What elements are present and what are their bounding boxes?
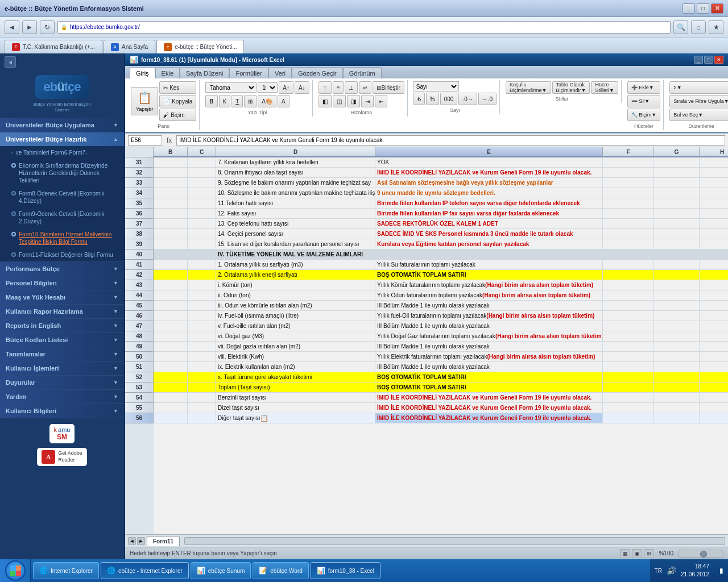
cell-g47[interactable] bbox=[654, 321, 700, 331]
autosum-button[interactable]: Σ▼ bbox=[669, 81, 728, 94]
cell-b55[interactable] bbox=[154, 403, 188, 413]
cell-f39[interactable] bbox=[603, 239, 654, 250]
cell-g45[interactable] bbox=[654, 301, 700, 311]
cell-h52[interactable] bbox=[700, 372, 728, 383]
tab-1[interactable]: A Ana Sayfa bbox=[104, 40, 155, 53]
cell-f44[interactable] bbox=[603, 290, 654, 301]
cell-d46[interactable]: iv. Fuel-oil (ısınma amaçlı) (litre) bbox=[216, 311, 375, 321]
sidebar-item-ekonomik[interactable]: Ekonomik Sınıflandırma Düzeyinde Hizmetl… bbox=[0, 159, 124, 187]
col-header-h[interactable]: H bbox=[700, 147, 728, 157]
cell-d51[interactable]: ix. Elektrik kullanılan alan (m2) bbox=[216, 362, 375, 372]
cell-e54[interactable]: İMID İLE KOORDİNELİ YAZILACAK ve Kurum G… bbox=[375, 393, 603, 403]
fill-color-button[interactable]: A🎨 bbox=[258, 95, 276, 107]
row-header-38[interactable]: 38 bbox=[125, 229, 154, 239]
table-format-button[interactable]: Tablo OlarakBiçimlendir▼ bbox=[552, 81, 590, 94]
cell-e56[interactable]: İMID İLE KOORDİNELİ YAZILACAK ve Kurum G… bbox=[375, 413, 603, 423]
row-header-53[interactable]: 53 bbox=[125, 383, 154, 393]
cell-h37[interactable] bbox=[700, 219, 728, 229]
cell-b54[interactable] bbox=[154, 393, 188, 403]
cell-b40[interactable] bbox=[154, 250, 188, 260]
cell-d43[interactable]: i. Kömür (ton) bbox=[216, 280, 375, 290]
show-desktop-button[interactable]: ▮ bbox=[719, 567, 723, 575]
thousands-button[interactable]: 000 bbox=[440, 93, 458, 105]
cell-c51[interactable] bbox=[188, 362, 216, 372]
cell-b31[interactable] bbox=[154, 157, 188, 168]
cell-f51[interactable] bbox=[603, 362, 654, 372]
row-header-31[interactable]: 31 bbox=[125, 157, 154, 168]
align-bottom-button[interactable]: ⊥ bbox=[345, 81, 358, 94]
col-header-e[interactable]: E bbox=[375, 147, 603, 157]
cell-d42[interactable]: 2. Ortalama yıllık enerji sarfiyatı bbox=[216, 270, 375, 280]
cell-g35[interactable] bbox=[654, 198, 700, 209]
cell-d47[interactable]: v. Fuel-oille ısıtılan alan (m2) bbox=[216, 321, 375, 331]
horizontal-scrollbar[interactable] bbox=[184, 537, 725, 545]
cell-h34[interactable] bbox=[700, 188, 728, 198]
cell-c45[interactable] bbox=[188, 301, 216, 311]
sidebar-section-tanimlamalar-header[interactable]: Tanımlamalar ▼ bbox=[0, 347, 124, 361]
cell-c41[interactable] bbox=[188, 260, 216, 270]
row-header-42[interactable]: 42 bbox=[125, 270, 154, 280]
cell-e55[interactable]: İMID İLE KOORDİNELİ YAZILACAK ve Kurum G… bbox=[375, 403, 603, 413]
cell-e43[interactable]: Yıllık Kömür faturalarının toplamı yazıl… bbox=[375, 280, 603, 290]
cell-h53[interactable] bbox=[700, 383, 728, 393]
sidebar-section-kullanici-islem-header[interactable]: Kullanıcı İşlemleri ▼ bbox=[0, 361, 124, 375]
forward-button[interactable]: ► bbox=[22, 20, 37, 34]
cell-c38[interactable] bbox=[188, 229, 216, 239]
start-button[interactable] bbox=[0, 559, 31, 582]
ribbon-tab-giris[interactable]: Giriş bbox=[130, 67, 155, 78]
cell-g50[interactable] bbox=[654, 352, 700, 362]
cell-g33[interactable] bbox=[654, 178, 700, 188]
page-layout-view-button[interactable]: ▣ bbox=[632, 549, 642, 558]
cell-d39[interactable]: 15. Lisan ve diğer kurslardan yararlanan… bbox=[216, 239, 375, 250]
row-header-45[interactable]: 45 bbox=[125, 301, 154, 311]
cell-e33[interactable]: Asıl Satınalam sözleşmesine bağlı veya y… bbox=[375, 178, 603, 188]
cell-d53[interactable]: Toplam (Taşıt sayısı) bbox=[216, 383, 375, 393]
taskbar-presentation[interactable]: 📊 ebütçe Sunum bbox=[191, 562, 251, 579]
cell-e39[interactable]: Kurslara veya Eğitime katılan personel s… bbox=[375, 239, 603, 250]
align-left-button[interactable]: ◧ bbox=[318, 95, 332, 107]
cell-b50[interactable] bbox=[154, 352, 188, 362]
cell-f47[interactable] bbox=[603, 321, 654, 331]
sheet-tab-form11[interactable]: Form11 bbox=[147, 536, 180, 546]
cell-d41[interactable]: 1. Ortalama yıllık su sarfiyatı (m3) bbox=[216, 260, 375, 270]
cell-c54[interactable] bbox=[188, 393, 216, 403]
ribbon-tab-veri[interactable]: Veri bbox=[268, 67, 292, 78]
cell-reference[interactable]: E56 bbox=[128, 135, 162, 146]
delete-cells-button[interactable]: ➖ Sil▼ bbox=[627, 95, 660, 107]
italic-button[interactable]: K bbox=[219, 95, 231, 107]
cell-f43[interactable] bbox=[603, 280, 654, 290]
cell-h38[interactable] bbox=[700, 229, 728, 239]
zoom-slider-thumb[interactable] bbox=[700, 551, 707, 558]
row-header-54[interactable]: 54 bbox=[125, 393, 154, 403]
cell-h56[interactable] bbox=[700, 413, 728, 423]
cell-c34[interactable] bbox=[188, 188, 216, 198]
font-size-selector[interactable]: 10 bbox=[258, 82, 278, 93]
taskbar-word[interactable]: 📝 ebütçe Word bbox=[253, 562, 309, 579]
excel-maximize-button[interactable]: □ bbox=[704, 56, 713, 64]
cell-c42[interactable] bbox=[188, 270, 216, 280]
browser-maximize-button[interactable]: □ bbox=[697, 3, 709, 14]
cell-c32[interactable] bbox=[188, 168, 216, 178]
cell-f31[interactable] bbox=[603, 157, 654, 168]
formula-input[interactable]: İMID İLE KOORDİNELİ YAZILACAK ve Kurum G… bbox=[176, 135, 725, 146]
sidebar-section-performans-header[interactable]: Performans Bütçe ▼ bbox=[0, 262, 124, 276]
cell-f45[interactable] bbox=[603, 301, 654, 311]
decrease-font-button[interactable]: A↓ bbox=[295, 81, 309, 94]
cell-e48[interactable]: Yıllık Doğal Gaz faturalarının toplamı y… bbox=[375, 331, 603, 342]
cell-b46[interactable] bbox=[154, 311, 188, 321]
row-header-51[interactable]: 51 bbox=[125, 362, 154, 372]
sidebar-section-univ-hazirlik-header[interactable]: Üniversiteler Bütçe Hazırlık ▲ bbox=[0, 132, 124, 146]
cell-b49[interactable] bbox=[154, 342, 188, 352]
normal-view-button[interactable]: ▦ bbox=[620, 549, 630, 558]
cell-h40[interactable] bbox=[700, 250, 728, 260]
taskbar-ie[interactable]: 🌐 Internet Explorer bbox=[33, 562, 99, 579]
tab-2[interactable]: e e-bütçe :: Bütçe Yöneti... bbox=[156, 40, 244, 53]
cell-c49[interactable] bbox=[188, 342, 216, 352]
address-bar[interactable]: 🔒 https://ebutce.bumko.gov.tr/ bbox=[57, 21, 671, 34]
cell-g46[interactable] bbox=[654, 311, 700, 321]
cell-g43[interactable] bbox=[654, 280, 700, 290]
number-format-selector[interactable]: Sayı bbox=[413, 81, 459, 92]
cell-c44[interactable] bbox=[188, 290, 216, 301]
cell-style-button[interactable]: HücreStilleri▼ bbox=[591, 81, 618, 94]
increase-font-button[interactable]: A↑ bbox=[279, 81, 293, 94]
